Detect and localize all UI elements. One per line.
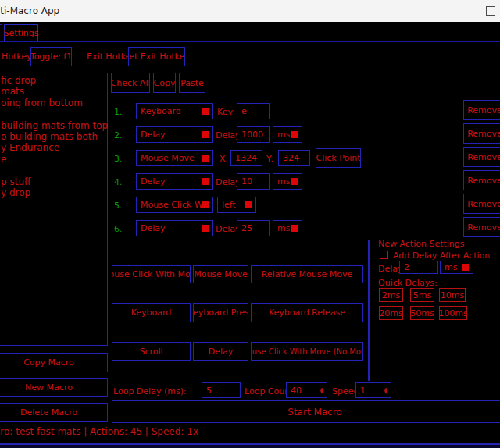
action-type-dropdown[interactable]: Delay xyxy=(136,220,213,236)
macro-list-item[interactable]: oing from bottom xyxy=(0,98,107,108)
dropdown-button-icon[interactable] xyxy=(202,225,209,232)
add-keyboard-release-button[interactable]: Keyboard Release xyxy=(251,303,363,322)
start-macro-button[interactable]: Start Macro xyxy=(112,400,500,423)
add-mouse-click-with-move-button[interactable]: Mouse Click With Move xyxy=(112,265,191,283)
copy-macro-button[interactable]: Copy Macro xyxy=(0,353,108,372)
macro-list-item[interactable]: o building mats both xyxy=(0,131,107,142)
macro-list-item[interactable]: y Endurance xyxy=(0,142,107,153)
add-mouse-click-no-move-button[interactable]: Mouse Click With Move (No Move) xyxy=(251,342,363,361)
unit-dropdown[interactable]: ms xyxy=(273,126,302,143)
action-type-dropdown[interactable]: Delay xyxy=(136,126,213,143)
check-all-button[interactable]: Check All xyxy=(111,73,150,93)
window-title: Multi-Macro App xyxy=(0,5,59,16)
action-type-dropdown[interactable]: Mouse Click With Mo xyxy=(136,197,213,213)
tab-settings[interactable]: Settings xyxy=(4,24,38,42)
remove-button[interactable]: Remove xyxy=(463,170,500,190)
add-delay-button[interactable]: Delay xyxy=(193,342,248,361)
action-type-value: Delay xyxy=(141,130,166,140)
quick-delays-label: Quick Delays: xyxy=(378,278,438,288)
copy-button[interactable]: Copy xyxy=(153,73,176,93)
dropdown-button-icon[interactable] xyxy=(291,131,298,138)
dropdown-button-icon[interactable] xyxy=(202,201,209,208)
quick-delay-2ms-button[interactable]: 2ms xyxy=(379,288,403,302)
add-mouse-move-button[interactable]: Mouse Move xyxy=(193,265,248,283)
key-label: Key: xyxy=(217,107,235,117)
macro-list-item[interactable]: p stuff xyxy=(0,176,107,187)
dropdown-button-icon[interactable] xyxy=(202,155,209,162)
dropdown-button-icon[interactable] xyxy=(291,225,298,232)
add-keyboard-press-button[interactable]: Keyboard Press xyxy=(193,303,248,322)
key-input[interactable]: e xyxy=(237,103,270,119)
paste-button[interactable]: Paste xyxy=(179,73,205,93)
title-bar: Multi-Macro App – xyxy=(0,0,500,22)
add-relative-mouse-move-button[interactable]: Relative Mouse Move xyxy=(251,265,363,283)
set-exit-hotkey-button[interactable]: Set Exit Hotkey xyxy=(128,47,185,66)
maximize-button[interactable] xyxy=(479,0,500,22)
action-number: 5. xyxy=(114,201,123,211)
macro-list-item[interactable]: y drop xyxy=(0,187,107,198)
loop-delay-input[interactable]: 5 xyxy=(202,382,241,398)
speed-spinner[interactable]: 1 ▲▼ xyxy=(355,382,391,398)
quick-delay-10ms-button[interactable]: 10ms xyxy=(439,288,466,302)
nas-unit-dropdown[interactable]: ms xyxy=(440,261,473,274)
macro-list-item[interactable]: mats xyxy=(0,86,107,97)
dropdown-button-icon[interactable] xyxy=(245,201,252,208)
add-delay-after-action-checkbox[interactable] xyxy=(380,251,388,259)
quick-delay-20ms-button[interactable]: 20ms xyxy=(379,306,403,320)
remove-button[interactable]: Remove xyxy=(463,194,500,214)
action-type-dropdown[interactable]: Keyboard xyxy=(136,103,213,119)
action-type-dropdown[interactable]: Mouse Move xyxy=(136,150,213,166)
delay-input[interactable]: 25 xyxy=(237,220,270,236)
loop-count-spinner[interactable]: 40 ▲▼ xyxy=(286,382,327,398)
partial-tab[interactable] xyxy=(0,24,2,42)
macro-list-item[interactable] xyxy=(0,165,107,176)
remove-button[interactable]: Remove xyxy=(463,147,500,167)
action-type-value: Mouse Move xyxy=(141,153,195,163)
delete-macro-button[interactable]: Delete Macro xyxy=(0,403,108,422)
macro-list-item[interactable]: fic drop xyxy=(0,75,107,86)
delay-input[interactable]: 1000 xyxy=(237,126,270,143)
dropdown-button-icon[interactable] xyxy=(291,178,298,185)
nas-delay-input[interactable]: 2 xyxy=(399,261,438,274)
remove-button[interactable]: Remove xyxy=(463,123,500,144)
delay-input[interactable]: 10 xyxy=(237,173,270,190)
macro-list-item[interactable]: building mats from top xyxy=(0,120,107,131)
macro-list-item[interactable]: e xyxy=(0,154,107,165)
action-type-dropdown[interactable]: Delay xyxy=(136,173,213,190)
toggle-hotkey-button[interactable]: Toggle: f1 xyxy=(30,47,72,66)
mouse-button-value: left xyxy=(222,200,236,210)
loop-count-value: 40 xyxy=(291,386,302,396)
loop-delay-label: Loop Delay (ms): xyxy=(113,386,187,396)
unit-dropdown[interactable]: ms xyxy=(273,173,302,190)
new-macro-button[interactable]: New Macro xyxy=(0,378,108,397)
quick-delay-5ms-button[interactable]: 5ms xyxy=(410,288,434,302)
click-point-button[interactable]: Click Point xyxy=(316,148,361,168)
dropdown-button-icon[interactable] xyxy=(202,131,209,138)
mouse-button-dropdown[interactable]: left xyxy=(217,197,256,213)
spinner-arrows-icon[interactable]: ▲▼ xyxy=(384,387,388,393)
app-window: Multi-Macro App – Settings Hotkey: Toggl… xyxy=(0,0,500,448)
action-type-value: Delay xyxy=(141,176,166,187)
x-input[interactable]: 1324 xyxy=(230,150,262,166)
dropdown-button-icon[interactable] xyxy=(202,178,209,185)
y-input[interactable]: 324 xyxy=(278,150,310,166)
add-scroll-button[interactable]: Scroll xyxy=(112,342,191,361)
unit-value: ms xyxy=(277,223,290,233)
tab-settings-label: Settings xyxy=(3,28,38,38)
unit-dropdown[interactable]: ms xyxy=(273,220,302,236)
macro-list-item[interactable] xyxy=(0,108,107,119)
add-keyboard-button[interactable]: Keyboard xyxy=(112,303,191,322)
action-type-value: Keyboard xyxy=(141,106,181,116)
remove-button[interactable]: Remove xyxy=(463,217,500,237)
quick-delay-50ms-button[interactable]: 50ms xyxy=(410,306,434,320)
unit-value: ms xyxy=(277,130,290,140)
action-number: 2. xyxy=(114,130,123,140)
minimize-button[interactable]: – xyxy=(445,0,469,22)
remove-button[interactable]: Remove xyxy=(463,100,500,120)
dropdown-button-icon[interactable] xyxy=(462,264,469,271)
spinner-arrows-icon[interactable]: ▲▼ xyxy=(320,387,323,393)
quick-delay-100ms-button[interactable]: 100ms xyxy=(439,306,467,320)
dropdown-button-icon[interactable] xyxy=(202,108,209,115)
panel-separator xyxy=(368,240,370,381)
status-bar: Macro: test fast mats | Actions: 45 | Sp… xyxy=(0,426,198,437)
